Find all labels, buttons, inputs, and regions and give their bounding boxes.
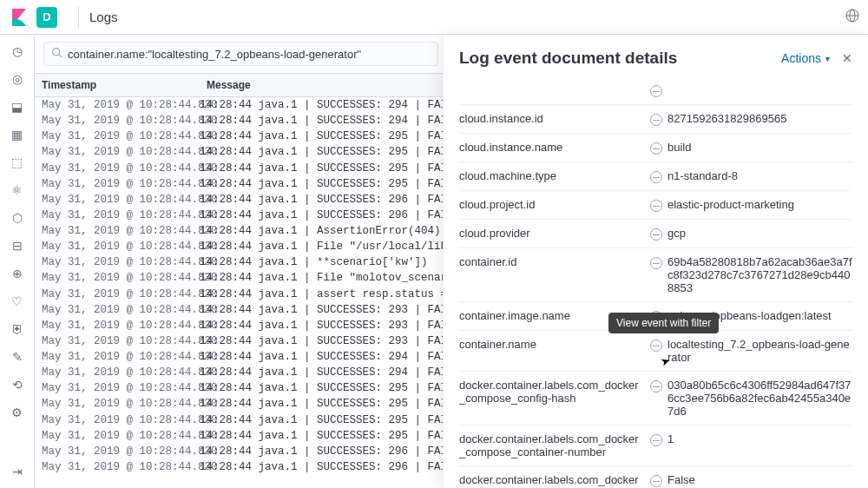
- detail-val: elastic-product-marketing: [667, 198, 794, 211]
- kibana-logo[interactable]: [9, 7, 30, 28]
- log-message: 14:28:44 java.1 | **scenario['kw']): [200, 254, 428, 270]
- detail-key: cloud.instance.id: [459, 112, 650, 126]
- log-timestamp: May 31, 2019 @ 10:28:44.830: [35, 318, 200, 333]
- search-box[interactable]: container.name:"localtesting_7.2_opbeans…: [43, 42, 438, 66]
- detail-row: cloud.instance.namebuild: [459, 133, 852, 162]
- nav-icon-infra[interactable]: ⬡: [10, 210, 25, 226]
- filter-icon[interactable]: [650, 380, 662, 392]
- detail-row-top: [459, 83, 852, 104]
- nav-icon-mgmt[interactable]: ⚙: [10, 405, 25, 420]
- filter-icon[interactable]: [650, 434, 662, 446]
- detail-key: cloud.provider: [459, 227, 650, 241]
- log-message: 14:28:44 java.1 | File "molotov_scenario…: [200, 270, 480, 286]
- nav-icon-collapse[interactable]: ⇥: [10, 464, 25, 479]
- detail-val: n1-standard-8: [667, 169, 738, 182]
- detail-key: cloud.instance.name: [459, 141, 650, 155]
- nav-icon-monitor[interactable]: ⟲: [10, 377, 25, 392]
- detail-row: cloud.machine.typen1-standard-8: [459, 162, 852, 190]
- top-bar: D Logs: [0, 0, 868, 35]
- tooltip: View event with filter: [608, 313, 719, 333]
- log-timestamp: May 31, 2019 @ 10:28:44.830: [35, 380, 200, 396]
- actions-link[interactable]: Actions ▾: [781, 51, 830, 65]
- detail-row: docker.container.labels.com_docker_compo…: [459, 371, 852, 425]
- app-badge[interactable]: D: [36, 7, 57, 28]
- detail-key: container.id: [459, 255, 650, 294]
- divider: [78, 7, 79, 28]
- detail-row: cloud.project.idelastic-product-marketin…: [459, 190, 852, 219]
- detail-val: 030a80b65c6c4306ff52984ad647f376cc3ee756…: [667, 379, 852, 418]
- nav-icon-clock[interactable]: ◷: [10, 43, 25, 59]
- filter-icon[interactable]: [650, 257, 662, 269]
- nav-icon-map[interactable]: ⬚: [10, 155, 25, 170]
- flyout-body: cloud.instance.id8271592631829869565clou…: [444, 76, 868, 488]
- detail-val: 8271592631829869565: [667, 112, 786, 125]
- detail-val: localtesting_7.2_opbeans-load-generator: [667, 338, 852, 364]
- log-message: 14:28:44 java.1 | assert resp.status == …: [200, 287, 467, 302]
- nav-icon-canvas[interactable]: ▦: [10, 127, 25, 142]
- nav-icon-dev[interactable]: ✎: [10, 349, 25, 365]
- log-timestamp: May 31, 2019 @ 10:28:44.830: [35, 192, 200, 208]
- flyout: Log event document details Actions ▾ ✕ c…: [443, 35, 868, 488]
- left-nav: ◷ ◎ ⬓ ▦ ⬚ ⚛ ⬡ ⊟ ⊕ ♡ ⛨ ✎ ⟲ ⚙ ⇥: [0, 35, 35, 488]
- detail-row: cloud.providergcp: [459, 219, 852, 247]
- detail-key: cloud.project.id: [459, 198, 650, 212]
- log-message: 14:28:44 java.1 | File "/usr/local/lib/p…: [200, 239, 480, 254]
- svg-line-4: [59, 55, 62, 57]
- filter-icon[interactable]: [650, 142, 662, 155]
- search-query: container.name:"localtesting_7.2_opbeans…: [68, 48, 431, 61]
- log-timestamp: May 31, 2019 @ 10:28:44.830: [35, 302, 200, 318]
- svg-point-3: [53, 49, 60, 56]
- nav-icon-ml[interactable]: ⚛: [10, 182, 25, 198]
- detail-val: 1: [667, 432, 674, 445]
- log-timestamp: May 31, 2019 @ 10:28:44.830: [35, 396, 200, 412]
- detail-key: container.name: [459, 338, 650, 364]
- detail-row: docker.container.labels.com_docker_compo…: [459, 425, 852, 465]
- log-timestamp: May 31, 2019 @ 10:28:44.830: [35, 97, 200, 113]
- chevron-down-icon: ▾: [825, 54, 830, 63]
- flyout-header: Log event document details Actions ▾ ✕: [444, 35, 868, 76]
- nav-icon-apm[interactable]: ⊕: [10, 266, 25, 281]
- detail-key: docker.container.labels.com_docker_compo…: [459, 432, 650, 458]
- log-timestamp: May 31, 2019 @ 10:28:44.830: [35, 365, 200, 380]
- globe-icon[interactable]: [845, 9, 859, 25]
- log-message: 14:28:44 java.1 | AssertionError(404): [200, 223, 441, 239]
- filter-icon[interactable]: [650, 475, 662, 487]
- log-timestamp: May 31, 2019 @ 10:28:44.830: [35, 428, 200, 444]
- th-timestamp[interactable]: Timestamp: [35, 74, 200, 96]
- log-timestamp: May 31, 2019 @ 10:28:44.830: [35, 444, 200, 459]
- detail-key: docker.container.labels.com_docker_compo…: [459, 379, 650, 418]
- nav-icon-logs[interactable]: ⊟: [10, 238, 25, 254]
- detail-key: cloud.machine.type: [459, 169, 650, 183]
- search-icon: [51, 47, 62, 61]
- flyout-title: Log event document details: [459, 49, 677, 68]
- th-message[interactable]: Message: [200, 74, 258, 96]
- log-timestamp: May 31, 2019 @ 10:28:44.830: [35, 161, 200, 176]
- nav-icon-compass[interactable]: ◎: [10, 71, 25, 87]
- log-timestamp: May 31, 2019 @ 10:28:44.830: [35, 270, 200, 286]
- nav-icon-chart[interactable]: ⬓: [10, 99, 25, 115]
- log-timestamp: May 31, 2019 @ 10:28:44.830: [35, 223, 200, 239]
- detail-val: 69b4a58280818b7a62acab36ae3a7fc8f323d278…: [667, 255, 852, 294]
- detail-val: False: [667, 473, 695, 486]
- filter-icon[interactable]: [650, 171, 662, 183]
- log-timestamp: May 31, 2019 @ 10:28:44.830: [35, 412, 200, 428]
- nav-icon-uptime[interactable]: ♡: [10, 293, 25, 309]
- log-timestamp: May 31, 2019 @ 10:28:44.830: [35, 208, 200, 223]
- log-timestamp: May 31, 2019 @ 10:28:44.830: [35, 239, 200, 254]
- log-timestamp: May 31, 2019 @ 10:28:44.830: [35, 287, 200, 302]
- close-icon[interactable]: ✕: [842, 51, 852, 65]
- log-timestamp: May 31, 2019 @ 10:28:44.830: [35, 459, 200, 475]
- breadcrumb[interactable]: Logs: [89, 10, 118, 24]
- filter-icon[interactable]: [650, 340, 662, 352]
- detail-row: cloud.instance.id8271592631829869565: [459, 104, 852, 133]
- filter-icon[interactable]: [650, 114, 662, 126]
- detail-val: gcp: [667, 227, 686, 240]
- filter-icon[interactable]: [650, 228, 662, 241]
- log-timestamp: May 31, 2019 @ 10:28:44.830: [35, 254, 200, 270]
- filter-icon[interactable]: [650, 200, 662, 212]
- log-timestamp: May 31, 2019 @ 10:28:44.830: [35, 144, 200, 160]
- log-timestamp: May 31, 2019 @ 10:28:44.830: [35, 349, 200, 365]
- log-timestamp: May 31, 2019 @ 10:28:44.830: [35, 333, 200, 349]
- filter-icon[interactable]: [650, 85, 662, 97]
- nav-icon-siem[interactable]: ⛨: [10, 321, 25, 337]
